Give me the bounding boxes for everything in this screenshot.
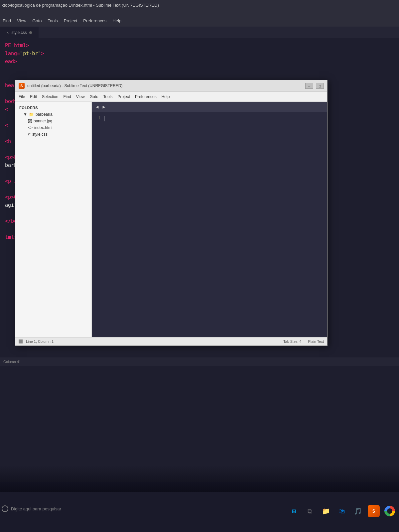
- taskbar-search-label[interactable]: Digite aqui para pesquisar: [11, 506, 61, 511]
- fg-sublime-icon: S: [19, 83, 25, 89]
- fg-html-icon: <>: [28, 125, 33, 130]
- photos-icon[interactable]: 🎵: [352, 505, 364, 517]
- taskbar-search-area[interactable]: Digite aqui para pesquisar: [2, 505, 61, 512]
- sublime-taskbar-icon[interactable]: S: [368, 505, 380, 517]
- bg-titlebar: ktop\logica\logica de programaçao 1\inde…: [0, 0, 399, 15]
- fg-sidebar: FOLDERS ▼ 📁 barbearia 🖼 banner.jpg <> in…: [15, 102, 92, 337]
- bg-code-line-3: ead>: [5, 58, 399, 66]
- fg-menubar: File Edit Selection Find View Goto Tools…: [15, 92, 327, 102]
- fg-editor-content: 1: [92, 112, 327, 337]
- fg-menu-find[interactable]: Find: [63, 94, 71, 99]
- windows-search-icon: [2, 505, 8, 512]
- fg-menu-tools[interactable]: Tools: [103, 94, 113, 99]
- taskbar-icons: ⊞ ⧉ 📁 🛍 🎵 S: [288, 505, 396, 517]
- fg-body: FOLDERS ▼ 📁 barbearia 🖼 banner.jpg <> in…: [15, 102, 327, 337]
- bg-menu-preferences[interactable]: Preferences: [83, 18, 106, 23]
- bg-statusbar: Column 41: [0, 357, 399, 366]
- fg-image-icon: 🖼: [28, 119, 32, 123]
- fg-folder-arrow-icon: ▼: [23, 112, 27, 117]
- taskbar: Digite aqui para pesquisar ⊞ ⧉ 📁 🛍 🎵 S: [0, 492, 399, 532]
- fg-index-name: index.html: [34, 125, 53, 130]
- task-view-icon[interactable]: ⧉: [304, 505, 316, 517]
- fg-cursor-line: [103, 114, 327, 122]
- fg-window-controls: — □: [305, 83, 324, 89]
- fg-sidebar-file-index[interactable]: <> index.html: [15, 124, 91, 131]
- fg-back-arrow-icon[interactable]: ◀: [94, 103, 100, 110]
- bg-tab-style-css[interactable]: × style.css: [0, 27, 39, 38]
- fg-titlebar: S untitled (barbearia) - Sublime Text (U…: [15, 80, 327, 92]
- fg-tab-size: Tab Size: 4: [283, 339, 301, 343]
- chrome-logo: [384, 506, 395, 516]
- file-explorer-icon[interactable]: 📁: [320, 505, 332, 517]
- fg-sublime-window: S untitled (barbearia) - Sublime Text (U…: [15, 80, 328, 346]
- fg-syntax: Plain Text: [308, 339, 324, 343]
- bg-code-line-4: [5, 66, 399, 73]
- fg-editor[interactable]: ◀ ▶ 1: [92, 102, 327, 337]
- fg-minimize-button[interactable]: —: [305, 83, 313, 89]
- bg-tab-label: style.css: [11, 30, 27, 35]
- fg-statusbar: Line 1, Column 1 Tab Size: 4 Plain Text: [15, 337, 327, 345]
- fg-menu-preferences[interactable]: Preferences: [135, 94, 157, 99]
- fg-menu-project[interactable]: Project: [118, 94, 130, 99]
- fg-sidebar-file-style[interactable]: /* style.css: [15, 131, 91, 138]
- bg-tabbar: × style.css: [0, 27, 399, 38]
- bottom-gradient: [0, 466, 399, 492]
- bg-menu-find[interactable]: Find: [3, 18, 11, 23]
- fg-icon-letter: S: [20, 84, 23, 88]
- fg-banner-name: banner.jpg: [34, 119, 52, 123]
- windows-start-icon[interactable]: ⊞: [288, 505, 300, 517]
- fg-folders-title: FOLDERS: [15, 104, 91, 111]
- fg-sidebar-folder-barbearia[interactable]: ▼ 📁 barbearia: [15, 111, 91, 118]
- bg-menu-goto[interactable]: Goto: [32, 18, 42, 23]
- fg-menu-file[interactable]: File: [19, 94, 25, 99]
- fg-window-title: untitled (barbearia) - Sublime Text (UNR…: [27, 83, 123, 88]
- fg-menu-edit[interactable]: Edit: [30, 94, 37, 99]
- chrome-taskbar-icon[interactable]: [384, 505, 396, 517]
- fg-forward-arrow-icon[interactable]: ▶: [101, 103, 106, 110]
- bg-code-line-2: lang="pt-br">: [5, 50, 399, 58]
- fg-statusbar-right: Tab Size: 4 Plain Text: [283, 339, 324, 343]
- fg-status-position: Line 1, Column 1: [26, 339, 54, 343]
- bg-window-title: ktop\logica\logica de programaçao 1\inde…: [2, 3, 159, 8]
- fg-folder-icon: 📁: [29, 112, 34, 117]
- bg-status-column: Column 41: [3, 360, 21, 364]
- fg-maximize-button[interactable]: □: [316, 83, 324, 89]
- fg-folder-name: barbearia: [36, 112, 53, 117]
- bg-tab-close-icon[interactable]: ×: [7, 31, 9, 35]
- fg-line-number-1: 1: [92, 114, 101, 122]
- fg-sidebar-file-banner[interactable]: 🖼 banner.jpg: [15, 118, 91, 124]
- bg-code-line-1: PE html>: [5, 42, 399, 50]
- fg-style-name: style.css: [32, 132, 48, 137]
- bg-menu-tools[interactable]: Tools: [48, 18, 58, 23]
- fg-line-numbers: 1: [92, 112, 103, 337]
- fg-editor-code-area[interactable]: [103, 112, 327, 337]
- fg-menu-view[interactable]: View: [76, 94, 85, 99]
- fg-menu-goto[interactable]: Goto: [90, 94, 98, 99]
- fg-title-group: S untitled (barbearia) - Sublime Text (U…: [19, 83, 123, 89]
- fg-statusbar-left: Line 1, Column 1: [19, 339, 54, 343]
- fg-menu-help[interactable]: Help: [162, 94, 170, 99]
- bg-menu-view[interactable]: View: [17, 18, 26, 23]
- fg-nav-arrows: ◀ ▶: [92, 102, 327, 112]
- chrome-inner-circle: [387, 508, 392, 514]
- fg-status-square-icon: [19, 339, 23, 343]
- bg-menu-help[interactable]: Help: [112, 18, 121, 23]
- fg-menu-selection[interactable]: Selection: [42, 94, 58, 99]
- bg-menu-project[interactable]: Project: [64, 18, 77, 23]
- fg-css-icon: /*: [28, 132, 31, 137]
- microsoft-store-icon[interactable]: 🛍: [336, 505, 348, 517]
- fg-cursor: [104, 116, 104, 121]
- bg-tab-modified-dot: [29, 31, 32, 34]
- bg-menubar: Find View Goto Tools Project Preferences…: [0, 15, 399, 27]
